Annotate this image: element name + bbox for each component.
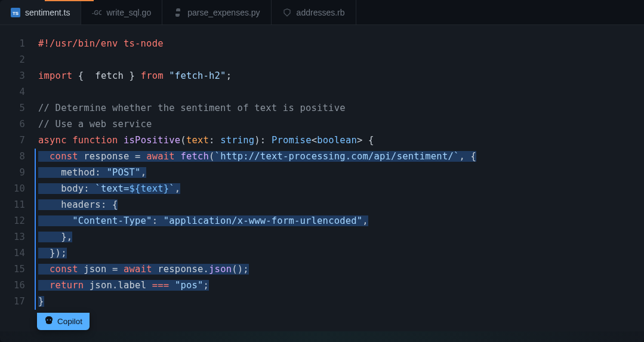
code-line: 7 async function isPositive(text: string… (0, 133, 644, 149)
code-line: 12 "Content-Type": "application/x-www-fo… (0, 213, 644, 229)
python-icon (173, 8, 183, 17)
ts-icon: TS (11, 8, 20, 17)
code-line: 15 const json = await response.json(); (0, 261, 644, 278)
tab-parse-expenses-py[interactable]: parse_expenses.py (162, 0, 271, 24)
line-number: 15 (0, 261, 33, 278)
line-number: 13 (0, 229, 33, 245)
code-line: 17 } (0, 294, 644, 310)
code-line: 6 // Use a web service (0, 116, 644, 133)
tab-sentiment-ts[interactable]: TS sentiment.ts (0, 0, 81, 24)
code-line: 3 import { fetch } from "fetch-h2"; (0, 68, 644, 84)
line-number: 8 (0, 149, 33, 165)
line-number: 10 (0, 181, 33, 197)
code-line: 11 headers: { (0, 197, 644, 213)
code-line: 5 // Determine whether the sentiment of … (0, 100, 644, 116)
line-number: 7 (0, 133, 33, 149)
tab-label: sentiment.ts (25, 8, 70, 17)
copilot-label: Copilot (57, 317, 82, 326)
comment: // Use a web service (38, 119, 152, 130)
editor-window: TS sentiment.ts -GO write_sql.go parse_e… (0, 0, 644, 342)
code-line: 13 }, (0, 229, 644, 245)
line-number: 11 (0, 197, 33, 213)
copilot-chip[interactable]: Copilot (37, 313, 90, 330)
line-number: 5 (0, 100, 33, 116)
code-line: 2 (0, 52, 644, 68)
active-tab-accent (45, 0, 94, 1)
line-number: 1 (0, 36, 33, 52)
svg-text:-GO: -GO (92, 10, 101, 16)
ruby-icon (282, 8, 292, 17)
line-number: 4 (0, 84, 33, 100)
line-number: 3 (0, 68, 33, 84)
code-line: 10 body: `text=${text}`, (0, 181, 644, 197)
decorative-glow (0, 331, 644, 342)
copilot-icon (44, 316, 54, 327)
line-number: 17 (0, 294, 33, 310)
go-icon: -GO (92, 8, 101, 17)
code-line: 4 (0, 84, 644, 100)
svg-text:TS: TS (13, 11, 19, 16)
line-number: 14 (0, 245, 33, 261)
code-line: 14 }); (0, 245, 644, 261)
line-number: 16 (0, 278, 33, 294)
tab-addresses-rb[interactable]: addresses.rb (272, 0, 356, 24)
tab-bar: TS sentiment.ts -GO write_sql.go parse_e… (0, 0, 644, 25)
code-line: 16 return json.label === "pos"; (0, 278, 644, 294)
code-line: 8 const response = await fetch(`http://t… (0, 149, 644, 165)
comment: // Determine whether the sentiment of te… (38, 103, 346, 113)
line-number: 6 (0, 116, 33, 133)
line-number: 12 (0, 213, 33, 229)
tab-label: addresses.rb (297, 8, 345, 17)
shebang: #!/usr/bin/env ts-node (38, 38, 164, 49)
code-area[interactable]: 1 #!/usr/bin/env ts-node 2 3 import { fe… (0, 25, 644, 310)
tab-write-sql-go[interactable]: -GO write_sql.go (81, 0, 162, 24)
tab-label: write_sql.go (106, 8, 151, 17)
code-line: 1 #!/usr/bin/env ts-node (0, 36, 644, 52)
code-line: 9 method: "POST", (0, 165, 644, 181)
line-number: 2 (0, 52, 33, 68)
tab-label: parse_expenses.py (187, 8, 260, 17)
line-number: 9 (0, 165, 33, 181)
